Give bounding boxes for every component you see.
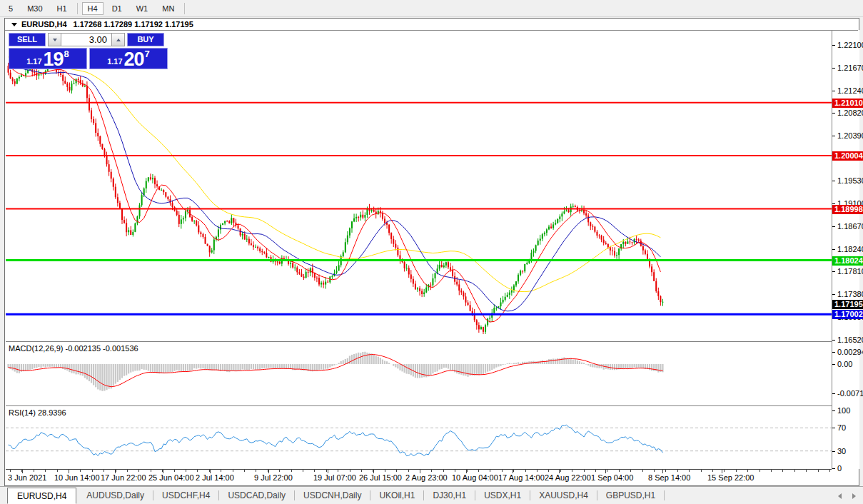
time-tick-mark: [233, 470, 233, 472]
rsi-label: RSI(14) 28.9396: [9, 408, 66, 417]
price-line-label: 1.17195: [832, 300, 863, 309]
time-axis-label: 24 Aug 22:00: [545, 473, 591, 482]
time-tick-mark: [502, 470, 503, 472]
time-tick-mark: [138, 470, 139, 472]
time-tick-mark: [782, 470, 783, 472]
volume-increase-button[interactable]: [111, 33, 125, 46]
ask-prefix: 1.17: [107, 57, 122, 66]
price-line-label: 1.20004: [832, 151, 863, 161]
time-tick-mark: [221, 470, 221, 472]
time-tick-mark: [806, 470, 807, 472]
price-line-label: 1.18024: [832, 256, 863, 266]
timeframe-button-w1[interactable]: W1: [131, 2, 154, 15]
timeframe-button-5[interactable]: 5: [3, 2, 19, 15]
timeframe-button-h1[interactable]: H1: [51, 2, 73, 15]
time-tick-mark: [431, 470, 432, 472]
time-tick-mark: [525, 470, 526, 472]
time-tick-mark: [724, 470, 725, 472]
chart-tab-eurusd[interactable]: EURUSD,H4: [7, 488, 76, 504]
time-tick-mark: [116, 470, 116, 472]
chart-tab-dj30[interactable]: DJ30,H1: [424, 490, 475, 500]
time-tick-mark: [595, 470, 596, 472]
time-tick-mark: [677, 470, 678, 472]
price-chart[interactable]: [6, 30, 832, 469]
price-tick-label: 1.17380: [832, 290, 863, 298]
chart-tab-usdchf[interactable]: USDCHF,H4: [153, 490, 219, 500]
timeframe-button-m30[interactable]: M30: [21, 2, 48, 15]
toolbar-separator: [77, 3, 78, 14]
time-tick-mark: [279, 470, 280, 472]
time-tick-mark: [747, 470, 748, 472]
time-axis-label: 15 Sep 22:00: [707, 473, 754, 482]
rsi-tick-label: 100: [832, 406, 863, 415]
rsi-layer: [6, 425, 832, 455]
bid-price-box[interactable]: 1.17 19 8: [9, 48, 87, 69]
time-tick-mark: [736, 470, 737, 472]
one-click-trading-panel: SELL BUY 1.17 19 8 1.17 20 7: [9, 33, 168, 69]
chart-symbol-label: EURUSD,H4: [21, 20, 67, 29]
price-tick-label: 1.21240: [832, 86, 863, 95]
time-axis-label: 10 Aug 04:00: [452, 473, 498, 482]
time-tick-mark: [537, 470, 538, 472]
time-tick-mark: [92, 470, 93, 472]
time-tick-mark: [818, 470, 819, 472]
time-axis-label: 1 Sep 04:00: [591, 473, 633, 482]
price-tick-label: 1.22100: [832, 41, 863, 49]
scroll-left-icon[interactable]: [838, 493, 842, 499]
price-tick-label: 1.16520: [832, 336, 863, 344]
chart-tab-usdx[interactable]: USDX,H1: [475, 490, 530, 500]
price-tick-label: 1.21670: [832, 64, 863, 72]
price-axis: 1.221001.216701.212401.208201.203901.199…: [832, 30, 859, 469]
chart-title-bar: EURUSD,H4 1.17268 1.17289 1.17192 1.1719…: [5, 19, 858, 31]
time-tick-mark: [34, 470, 34, 472]
time-tick-mark: [467, 470, 468, 472]
timeframe-button-h4[interactable]: H4: [82, 2, 104, 15]
price-tick-label: 1.19530: [832, 176, 863, 185]
time-tick-mark: [291, 470, 292, 472]
chart-ohlc-values: 1.17268 1.17289 1.17192 1.17195: [74, 20, 193, 29]
chart-tab-gbpusd[interactable]: GBPUSD,H1: [597, 490, 665, 500]
time-tick-mark: [513, 470, 514, 472]
time-tick-mark: [701, 470, 702, 472]
chart-tab-usdcnh[interactable]: USDCNH,Daily: [295, 490, 370, 500]
time-axis-label: 19 Jul 07:00: [313, 473, 356, 482]
time-axis-label: 17 Jun 22:00: [101, 473, 146, 482]
time-tick-mark: [326, 470, 327, 472]
rsi-tick-label: 30: [832, 447, 863, 455]
time-tick-mark: [361, 470, 362, 472]
time-tick-mark: [174, 470, 175, 472]
timeframe-button-mn[interactable]: MN: [156, 2, 180, 15]
time-tick-mark: [642, 470, 643, 472]
chart-menu-icon[interactable]: [11, 23, 17, 26]
volume-input[interactable]: [61, 33, 111, 46]
price-tick-label: 1.20820: [832, 109, 863, 117]
time-tick-mark: [385, 470, 385, 472]
time-tick-mark: [829, 470, 830, 472]
timeframe-toolbar: 5M30H1H4D1W1MN: [0, 0, 863, 17]
time-axis-label: 8 Sep 14:00: [648, 473, 690, 482]
volume-decrease-button[interactable]: [48, 33, 61, 46]
macd-layer: [9, 352, 663, 391]
price-tick-label: 1.18670: [832, 222, 863, 231]
price-line-label: 1.17002: [832, 310, 863, 319]
chart-tab-xauusd[interactable]: XAUUSD,H4: [530, 490, 597, 500]
time-tick-mark: [619, 470, 620, 472]
chart-tab-audusd[interactable]: AUDUSD,Daily: [78, 490, 153, 500]
time-tick-mark: [57, 470, 58, 472]
sell-button[interactable]: SELL: [9, 33, 46, 46]
chart-tab-ukoil[interactable]: UKOil,H1: [370, 490, 424, 500]
buy-button[interactable]: BUY: [127, 33, 164, 46]
ask-pip-digit: 7: [145, 49, 150, 59]
chart-tab-usdcad[interactable]: USDCAD,Daily: [219, 490, 295, 500]
toolbar-separator: [184, 3, 185, 14]
time-tick-mark: [45, 470, 46, 472]
timeframe-button-d1[interactable]: D1: [106, 2, 128, 15]
time-tick-mark: [303, 470, 303, 472]
mt4-terminal: { "toolbar": {"timeframes": ["5","M30","…: [0, 0, 863, 504]
time-tick-mark: [350, 470, 350, 472]
bid-big-digits: 19: [44, 51, 64, 69]
scroll-right-icon[interactable]: [852, 493, 856, 499]
ask-price-box[interactable]: 1.17 20 7: [89, 48, 168, 69]
time-axis-label: 9 Jul 22:00: [254, 473, 293, 482]
time-tick-mark: [314, 470, 315, 472]
